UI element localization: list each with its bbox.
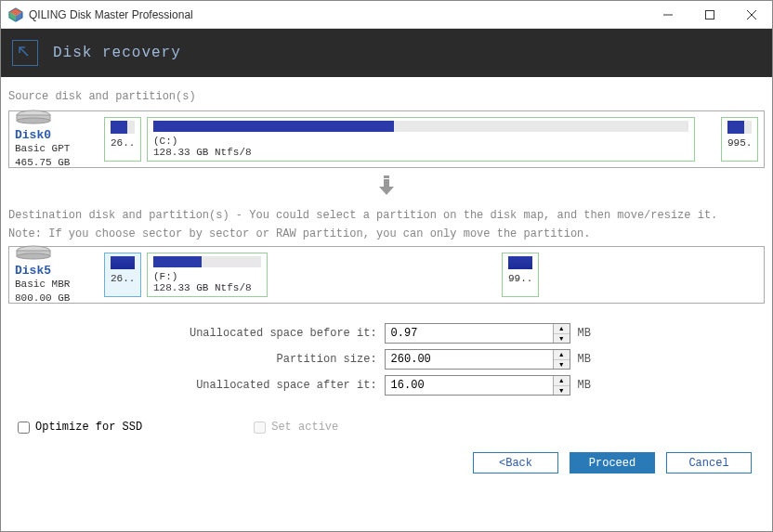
- partition-label: 995...: [727, 137, 752, 149]
- partition-size: 128.33 GB Ntfs/8: [153, 147, 688, 158]
- back-button[interactable]: <Back: [473, 452, 558, 474]
- after-spinner[interactable]: ▲▼: [385, 375, 570, 396]
- source-disk-box: Disk0 Basic GPT 465.75 GB 26... (C:) 128…: [8, 110, 765, 168]
- source-disk-size: 465.75 GB: [15, 156, 98, 169]
- source-partition-0[interactable]: 26...: [104, 117, 141, 162]
- dest-disk-name: Disk5: [15, 264, 98, 278]
- page-title: Disk recovery: [53, 45, 181, 61]
- dest-disk-type: Basic MBR: [15, 278, 98, 291]
- unit-label: MB: [570, 372, 591, 398]
- size-input[interactable]: [386, 350, 553, 369]
- partition-bar: [153, 256, 261, 267]
- partition-label: 26...: [111, 273, 135, 285]
- dest-disk-box: Disk5 Basic MBR 800.00 GB 26... (F:) 128…: [8, 246, 765, 304]
- dest-section-note: Note: If you choose sector by sector or …: [8, 227, 765, 240]
- close-button[interactable]: [730, 1, 772, 29]
- titlebar: QILING Disk Master Professional: [1, 1, 772, 29]
- after-label: Unallocated space after it:: [182, 372, 385, 398]
- partition-drive: (C:): [153, 136, 688, 147]
- window-title: QILING Disk Master Professional: [29, 8, 647, 21]
- svg-rect-12: [384, 179, 389, 187]
- svg-marker-13: [379, 187, 394, 195]
- set-active-checkbox: [254, 422, 266, 434]
- partition-bar: [727, 121, 752, 134]
- source-partition-2[interactable]: 995...: [721, 117, 758, 162]
- spin-down-icon[interactable]: ▼: [554, 386, 570, 396]
- after-input[interactable]: [386, 376, 553, 395]
- hdd-icon: [15, 245, 52, 260]
- partition-bar: [508, 256, 532, 269]
- spin-down-icon[interactable]: ▼: [554, 334, 570, 344]
- set-active-check: Set active: [254, 421, 338, 434]
- partition-label: 26...: [111, 137, 135, 149]
- partition-bar: [111, 256, 135, 269]
- svg-point-16: [17, 253, 50, 259]
- size-spinner[interactable]: ▲▼: [385, 349, 570, 370]
- optimize-ssd-check[interactable]: Optimize for SSD: [18, 421, 142, 434]
- partition-bar: [153, 121, 688, 132]
- footer: <Back Proceed Cancel: [8, 447, 765, 483]
- source-disk-type: Basic GPT: [15, 142, 98, 155]
- recovery-icon: [12, 40, 38, 66]
- optimize-ssd-checkbox[interactable]: [18, 422, 30, 434]
- dest-partition-0[interactable]: 26...: [104, 253, 141, 297]
- before-label: Unallocated space before it:: [182, 320, 385, 346]
- partition-label: 99...: [508, 273, 532, 285]
- dest-partition-1[interactable]: (F:) 128.33 GB Ntfs/8: [147, 253, 268, 297]
- svg-rect-11: [384, 175, 389, 178]
- partition-size: 128.33 GB Ntfs/8: [153, 282, 261, 293]
- app-logo-icon: [8, 7, 23, 22]
- unit-label: MB: [570, 320, 591, 346]
- source-section-label: Source disk and partition(s): [8, 90, 765, 103]
- spin-down-icon[interactable]: ▼: [554, 360, 570, 370]
- unit-label: MB: [570, 346, 591, 372]
- proceed-button[interactable]: Proceed: [570, 452, 655, 474]
- size-label: Partition size:: [182, 346, 385, 372]
- svg-point-10: [17, 118, 50, 123]
- minimize-button[interactable]: [647, 1, 688, 29]
- source-disk-name: Disk0: [15, 128, 98, 142]
- page-header: Disk recovery: [1, 29, 772, 77]
- dest-partition-2[interactable]: 99...: [502, 253, 539, 297]
- resize-form: Unallocated space before it: ▲▼ MB Parti…: [182, 320, 591, 398]
- optimize-ssd-label: Optimize for SSD: [35, 421, 142, 434]
- before-spinner[interactable]: ▲▼: [385, 323, 570, 344]
- spin-up-icon[interactable]: ▲: [554, 350, 570, 360]
- partition-drive: (F:): [153, 271, 261, 282]
- cancel-button[interactable]: Cancel: [666, 452, 752, 474]
- svg-rect-5: [705, 10, 714, 19]
- source-disk-info: Disk0 Basic GPT 465.75 GB: [15, 110, 98, 169]
- set-active-label: Set active: [271, 421, 338, 434]
- spin-up-icon[interactable]: ▲: [554, 376, 570, 386]
- dest-section-label: Destination disk and partition(s) - You …: [8, 209, 765, 222]
- spin-up-icon[interactable]: ▲: [554, 324, 570, 334]
- dest-disk-info: Disk5 Basic MBR 800.00 GB: [15, 245, 98, 305]
- before-input[interactable]: [386, 324, 553, 343]
- maximize-button[interactable]: [688, 1, 730, 29]
- partition-bar: [111, 121, 135, 134]
- arrow-down-icon: [8, 175, 765, 201]
- hdd-icon: [15, 110, 52, 124]
- dest-disk-size: 800.00 GB: [15, 292, 98, 305]
- source-partition-1[interactable]: (C:) 128.33 GB Ntfs/8: [147, 117, 695, 162]
